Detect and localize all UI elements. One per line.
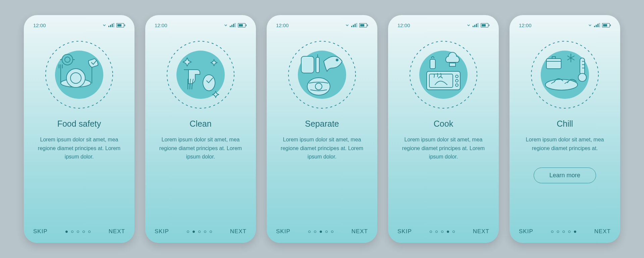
onboarding-screen: 12:00 Clean Lorem ipsum dolor sit amet, …	[145, 15, 256, 243]
svg-rect-62	[546, 59, 561, 69]
svg-rect-64	[580, 58, 585, 75]
page-dot	[193, 231, 195, 233]
page-dot	[557, 231, 559, 233]
page-dot	[77, 231, 79, 233]
battery-icon	[359, 23, 368, 27]
svg-rect-24	[353, 25, 354, 27]
svg-rect-59	[603, 24, 607, 26]
signal-icon	[108, 23, 114, 27]
svg-rect-43	[482, 24, 486, 26]
page-dot	[198, 231, 201, 233]
skip-button[interactable]: SKIP	[33, 228, 48, 235]
page-dot	[187, 231, 189, 233]
page-dot	[331, 231, 333, 233]
status-time: 12:00	[33, 22, 46, 28]
screen-title: Food safety	[33, 119, 125, 129]
nav-bar: SKIP NEXT	[155, 228, 247, 235]
svg-point-63	[545, 79, 578, 90]
svg-rect-25	[355, 24, 356, 27]
page-dot	[308, 231, 311, 233]
screen-title: Clean	[155, 119, 247, 129]
chevron-icon	[467, 23, 471, 27]
svg-rect-17	[235, 23, 236, 27]
clean-icon	[164, 38, 237, 112]
next-button[interactable]: NEXT	[352, 228, 368, 235]
battery-icon	[238, 23, 247, 27]
chevron-icon	[588, 23, 592, 27]
skip-button[interactable]: SKIP	[276, 228, 290, 235]
svg-rect-33	[316, 57, 319, 73]
signal-icon	[594, 23, 600, 27]
status-bar: 12:00	[33, 22, 125, 28]
page-dot	[551, 231, 553, 233]
status-bar: 12:00	[397, 22, 489, 28]
signal-icon	[230, 23, 236, 27]
page-dot	[452, 231, 455, 233]
page-dot	[447, 231, 449, 233]
page-dot	[562, 231, 565, 233]
chevron-icon	[345, 23, 349, 27]
battery-icon	[116, 23, 125, 27]
page-dot	[71, 231, 73, 233]
onboarding-screen: 12:00 Separate Lorem ipsum dolor sit ame…	[267, 15, 377, 243]
page-dot	[435, 231, 438, 233]
page-dot	[430, 231, 432, 233]
skip-button[interactable]: SKIP	[155, 228, 169, 235]
learn-more-button[interactable]: Learn more	[534, 168, 596, 183]
screen-title: Separate	[276, 119, 368, 129]
screen-description: Lorem ipsum dolor sit amet, mea regione …	[155, 135, 247, 161]
svg-rect-14	[230, 26, 231, 27]
svg-rect-3	[113, 23, 114, 27]
next-button[interactable]: NEXT	[594, 228, 611, 235]
chevron-icon	[102, 23, 106, 27]
food-safety-icon	[42, 38, 116, 112]
skip-button[interactable]: SKIP	[397, 228, 412, 235]
svg-rect-32	[301, 56, 314, 73]
battery-icon	[602, 23, 611, 27]
svg-rect-38	[474, 25, 475, 27]
next-button[interactable]: NEXT	[473, 228, 489, 235]
onboarding-screen: 12:00 Chill Lorem ipsum	[509, 15, 620, 243]
signal-icon	[473, 23, 479, 27]
status-bar: 12:00	[519, 22, 611, 28]
page-indicator	[551, 231, 576, 233]
svg-rect-1	[110, 25, 111, 27]
next-button[interactable]: NEXT	[230, 228, 247, 235]
svg-rect-26	[356, 23, 357, 27]
page-dot	[314, 231, 316, 233]
svg-rect-58	[610, 24, 611, 26]
svg-rect-16	[233, 24, 234, 27]
screen-title: Cook	[397, 119, 489, 129]
chevron-icon	[224, 23, 228, 27]
chill-icon	[528, 38, 602, 112]
page-dot	[88, 231, 91, 233]
status-time: 12:00	[155, 22, 167, 28]
separate-icon	[285, 38, 359, 112]
svg-point-22	[176, 51, 225, 99]
screen-description: Lorem ipsum dolor sit amet, mea regione …	[276, 135, 368, 161]
nav-bar: SKIP NEXT	[397, 228, 489, 235]
svg-rect-53	[594, 26, 595, 27]
svg-rect-56	[599, 23, 600, 27]
page-dot	[325, 231, 328, 233]
page-dot	[83, 231, 85, 233]
status-bar: 12:00	[155, 22, 247, 28]
page-indicator	[65, 231, 91, 233]
svg-point-35	[307, 78, 330, 95]
page-dot	[568, 231, 571, 233]
svg-rect-20	[239, 24, 243, 26]
svg-rect-6	[117, 24, 121, 26]
svg-rect-52	[449, 63, 455, 66]
svg-rect-23	[351, 26, 352, 27]
svg-rect-15	[231, 25, 232, 27]
svg-rect-5	[124, 24, 125, 26]
screen-description: Lorem ipsum dolor sit amet, mea regione …	[33, 135, 125, 161]
svg-point-10	[66, 69, 85, 87]
next-button[interactable]: NEXT	[109, 228, 125, 235]
svg-rect-19	[246, 24, 247, 26]
nav-bar: SKIP NEXT	[519, 228, 611, 235]
svg-rect-42	[489, 24, 489, 26]
status-time: 12:00	[519, 22, 532, 28]
page-dot	[320, 231, 322, 233]
skip-button[interactable]: SKIP	[519, 228, 533, 235]
